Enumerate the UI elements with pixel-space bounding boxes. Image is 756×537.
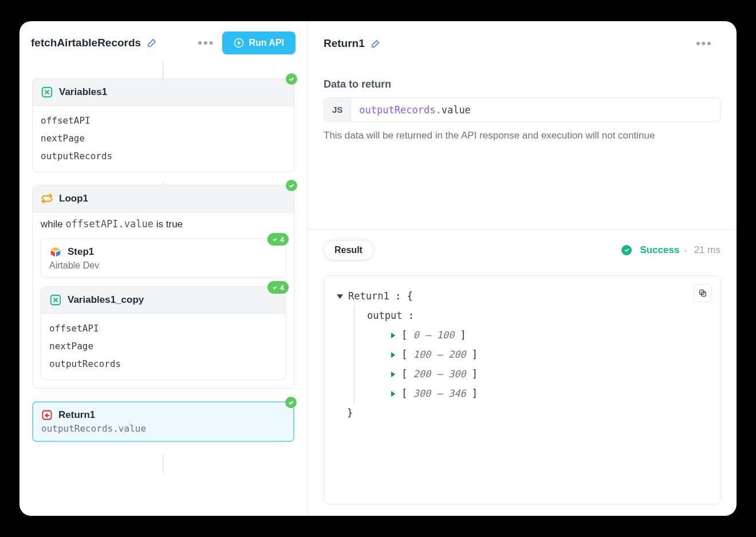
json-line[interactable]: [ 100 – 200 ] xyxy=(355,345,710,364)
json-line[interactable]: Return1 : { xyxy=(334,286,710,306)
copy-button[interactable] xyxy=(694,284,712,302)
svg-marker-4 xyxy=(51,250,55,256)
success-icon xyxy=(286,180,297,191)
svg-marker-3 xyxy=(51,247,61,251)
caret-right-icon[interactable] xyxy=(388,390,398,396)
block-variables1[interactable]: Variables1 offsetAPI nextPage outputReco… xyxy=(32,78,294,172)
svg-marker-5 xyxy=(56,250,60,256)
timing-text: 21 ms xyxy=(694,244,720,256)
success-icon xyxy=(621,245,632,255)
variables-icon xyxy=(49,294,62,306)
caret-down-icon[interactable] xyxy=(334,293,345,299)
more-icon[interactable]: ••• xyxy=(190,35,222,50)
workflow-title: fetchAirtableRecords xyxy=(31,37,141,49)
step1-subtitle: Airtable Dev xyxy=(49,260,277,271)
variable-item: outputRecords xyxy=(49,355,277,373)
json-line: } xyxy=(334,403,710,423)
svg-marker-11 xyxy=(391,333,395,338)
caret-right-icon[interactable] xyxy=(388,332,398,338)
left-header: fetchAirtableRecords ••• Run API xyxy=(19,21,307,61)
result-panel: Result Success · 21 ms xyxy=(308,229,737,516)
svg-marker-10 xyxy=(337,295,343,299)
expression-input[interactable]: JS outputRecords.value xyxy=(324,97,720,122)
block-loop1[interactable]: Loop1 while offsetAPI.value is true 4 xyxy=(32,185,294,389)
success-count-badge: 4 xyxy=(267,233,289,246)
json-line[interactable]: [ 300 – 346 ] xyxy=(355,384,710,403)
edit-icon[interactable] xyxy=(147,38,157,48)
detail-title: Return1 xyxy=(324,37,365,50)
edit-icon[interactable] xyxy=(371,39,380,49)
section-label: Data to return xyxy=(324,78,720,90)
result-json[interactable]: Return1 : { output : [ 0 – 100 ] xyxy=(324,275,720,504)
app-window: fetchAirtableRecords ••• Run API xyxy=(19,21,737,516)
expression-text: outputRecords.value xyxy=(351,104,479,116)
return1-title: Return1 xyxy=(58,409,95,421)
variable-item: outputRecords xyxy=(41,147,286,165)
block-return1[interactable]: Return1 outputRecords.value xyxy=(32,401,294,442)
airtable-icon xyxy=(49,246,62,258)
more-icon[interactable]: ••• xyxy=(688,36,720,51)
run-api-button[interactable]: Run API xyxy=(222,31,296,54)
variables-icon xyxy=(41,86,53,98)
loop1-title: Loop1 xyxy=(59,193,88,204)
caret-right-icon[interactable] xyxy=(388,371,398,377)
block-variables1-copy[interactable]: 4 Variables1_copy xyxy=(41,286,286,380)
success-count-badge: 4 xyxy=(267,281,289,294)
block-step1[interactable]: 4 Step1 xyxy=(41,238,286,278)
helper-text: This data will be returned in the API re… xyxy=(324,130,720,141)
success-icon xyxy=(286,73,297,85)
variable-item: offsetAPI xyxy=(49,319,277,337)
js-badge: JS xyxy=(324,98,351,121)
variables1-title: Variables1 xyxy=(59,86,107,98)
json-line[interactable]: output : xyxy=(355,306,710,325)
status-text: Success xyxy=(640,244,679,256)
loop-condition: while offsetAPI.value is true xyxy=(33,212,294,230)
svg-marker-12 xyxy=(391,352,395,358)
svg-marker-13 xyxy=(391,372,395,377)
right-panel: Return1 ••• Data to return JS outputReco… xyxy=(308,21,737,516)
svg-marker-14 xyxy=(391,391,395,397)
variable-item: nextPage xyxy=(41,129,286,147)
step1-title: Step1 xyxy=(68,246,94,258)
variables1-copy-body: offsetAPI nextPage outputRecords xyxy=(41,314,285,380)
result-tab[interactable]: Result xyxy=(324,240,373,260)
json-line[interactable]: [ 200 – 300 ] xyxy=(355,364,710,384)
loop-icon xyxy=(41,192,53,205)
success-icon xyxy=(285,397,297,408)
variable-item: nextPage xyxy=(49,337,277,355)
caret-right-icon[interactable] xyxy=(388,352,398,357)
run-api-label: Run API xyxy=(249,38,284,48)
workflow-canvas: Variables1 offsetAPI nextPage outputReco… xyxy=(19,61,307,516)
json-line[interactable]: [ 0 – 100 ] xyxy=(355,325,710,345)
play-icon xyxy=(234,38,244,48)
variables1-copy-title: Variables1_copy xyxy=(68,294,144,306)
return-icon xyxy=(41,409,53,421)
return1-value: outputRecords.value xyxy=(41,423,285,434)
svg-marker-1 xyxy=(238,41,241,45)
variables1-body: offsetAPI nextPage outputRecords xyxy=(33,106,294,172)
left-panel: fetchAirtableRecords ••• Run API xyxy=(19,21,308,516)
variable-item: offsetAPI xyxy=(41,112,286,129)
